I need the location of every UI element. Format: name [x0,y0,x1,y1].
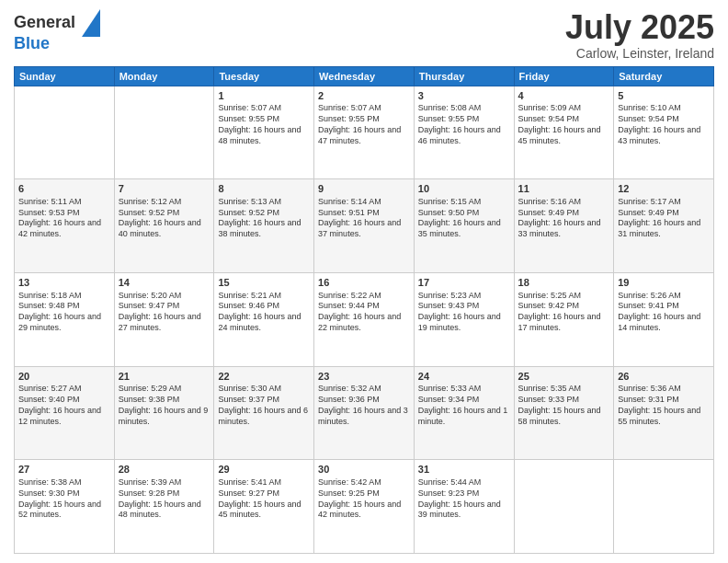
day-info: Sunrise: 5:41 AM Sunset: 9:27 PM Dayligh… [218,477,310,521]
day-number: 26 [618,370,710,384]
day-cell [114,86,214,179]
day-info: Sunrise: 5:42 AM Sunset: 9:25 PM Dayligh… [318,477,410,521]
day-number: 24 [418,370,510,384]
day-cell: 7Sunrise: 5:12 AM Sunset: 9:52 PM Daylig… [114,179,214,273]
day-info: Sunrise: 5:12 AM Sunset: 9:52 PM Dayligh… [119,197,210,240]
day-cell: 2Sunrise: 5:07 AM Sunset: 9:55 PM Daylig… [314,86,415,179]
day-number: 12 [618,182,710,196]
day-info: Sunrise: 5:36 AM Sunset: 9:31 PM Dayligh… [618,384,710,427]
day-info: Sunrise: 5:35 AM Sunset: 9:33 PM Dayligh… [518,384,610,427]
day-info: Sunrise: 5:25 AM Sunset: 9:42 PM Dayligh… [518,291,610,334]
day-number: 23 [318,370,410,384]
day-cell: 28Sunrise: 5:39 AM Sunset: 9:28 PM Dayli… [114,460,214,554]
day-info: Sunrise: 5:33 AM Sunset: 9:34 PM Dayligh… [418,384,510,427]
title-block: July 2025 Carlow, Leinster, Ireland [565,9,714,61]
day-cell: 5Sunrise: 5:10 AM Sunset: 9:54 PM Daylig… [614,86,714,179]
day-info: Sunrise: 5:10 AM Sunset: 9:54 PM Dayligh… [618,103,710,146]
day-cell [614,460,714,554]
day-cell [514,460,614,554]
weekday-header-row: SundayMondayTuesdayWednesdayThursdayFrid… [15,66,714,86]
day-cell: 20Sunrise: 5:27 AM Sunset: 9:40 PM Dayli… [15,366,115,460]
day-number: 29 [218,463,310,477]
day-number: 5 [618,89,710,103]
day-cell: 27Sunrise: 5:38 AM Sunset: 9:30 PM Dayli… [15,460,115,554]
day-cell: 9Sunrise: 5:14 AM Sunset: 9:51 PM Daylig… [314,179,415,273]
day-cell: 8Sunrise: 5:13 AM Sunset: 9:52 PM Daylig… [214,179,314,273]
day-number: 31 [418,463,510,477]
day-info: Sunrise: 5:22 AM Sunset: 9:44 PM Dayligh… [318,291,410,334]
day-info: Sunrise: 5:30 AM Sunset: 9:37 PM Dayligh… [218,384,310,427]
day-number: 11 [518,182,610,196]
day-info: Sunrise: 5:08 AM Sunset: 9:55 PM Dayligh… [418,103,510,146]
day-cell: 24Sunrise: 5:33 AM Sunset: 9:34 PM Dayli… [414,366,514,460]
calendar-page: General Blue July 2025 Carlow, Leinster,… [0,0,728,563]
location: Carlow, Leinster, Ireland [565,46,714,61]
day-info: Sunrise: 5:18 AM Sunset: 9:48 PM Dayligh… [18,291,110,334]
day-number: 16 [318,276,410,290]
day-cell: 21Sunrise: 5:29 AM Sunset: 9:38 PM Dayli… [114,366,214,460]
day-number: 7 [119,182,210,196]
day-cell: 17Sunrise: 5:23 AM Sunset: 9:43 PM Dayli… [414,272,514,366]
day-info: Sunrise: 5:13 AM Sunset: 9:52 PM Dayligh… [218,197,310,240]
day-info: Sunrise: 5:11 AM Sunset: 9:53 PM Dayligh… [18,197,110,240]
day-cell: 30Sunrise: 5:42 AM Sunset: 9:25 PM Dayli… [314,460,415,554]
day-number: 17 [418,276,510,290]
day-cell: 12Sunrise: 5:17 AM Sunset: 9:49 PM Dayli… [614,179,714,273]
day-cell: 16Sunrise: 5:22 AM Sunset: 9:44 PM Dayli… [314,272,415,366]
weekday-header-thursday: Thursday [414,66,514,86]
logo-icon [82,9,100,37]
day-number: 19 [618,276,710,290]
day-info: Sunrise: 5:15 AM Sunset: 9:50 PM Dayligh… [418,197,510,240]
day-cell: 19Sunrise: 5:26 AM Sunset: 9:41 PM Dayli… [614,272,714,366]
calendar-table: SundayMondayTuesdayWednesdayThursdayFrid… [14,66,714,554]
day-cell: 29Sunrise: 5:41 AM Sunset: 9:27 PM Dayli… [214,460,314,554]
day-number: 9 [318,182,410,196]
day-number: 18 [518,276,610,290]
week-row-3: 13Sunrise: 5:18 AM Sunset: 9:48 PM Dayli… [15,272,714,366]
day-cell: 13Sunrise: 5:18 AM Sunset: 9:48 PM Dayli… [15,272,115,366]
logo-blue: Blue [14,34,100,53]
day-info: Sunrise: 5:44 AM Sunset: 9:23 PM Dayligh… [418,477,510,521]
day-cell: 11Sunrise: 5:16 AM Sunset: 9:49 PM Dayli… [514,179,614,273]
day-info: Sunrise: 5:29 AM Sunset: 9:38 PM Dayligh… [119,384,210,427]
week-row-2: 6Sunrise: 5:11 AM Sunset: 9:53 PM Daylig… [15,179,714,273]
day-number: 8 [218,182,310,196]
day-cell: 22Sunrise: 5:30 AM Sunset: 9:37 PM Dayli… [214,366,314,460]
week-row-4: 20Sunrise: 5:27 AM Sunset: 9:40 PM Dayli… [15,366,714,460]
day-cell: 1Sunrise: 5:07 AM Sunset: 9:55 PM Daylig… [214,86,314,179]
day-number: 1 [218,89,310,103]
logo: General Blue [14,9,100,53]
day-cell: 6Sunrise: 5:11 AM Sunset: 9:53 PM Daylig… [15,179,115,273]
day-number: 22 [218,370,310,384]
day-number: 27 [18,463,110,477]
day-info: Sunrise: 5:16 AM Sunset: 9:49 PM Dayligh… [518,197,610,240]
weekday-header-wednesday: Wednesday [314,66,415,86]
day-info: Sunrise: 5:17 AM Sunset: 9:49 PM Dayligh… [618,197,710,240]
day-number: 2 [318,89,410,103]
day-cell: 4Sunrise: 5:09 AM Sunset: 9:54 PM Daylig… [514,86,614,179]
day-info: Sunrise: 5:07 AM Sunset: 9:55 PM Dayligh… [318,103,410,146]
day-cell: 18Sunrise: 5:25 AM Sunset: 9:42 PM Dayli… [514,272,614,366]
weekday-header-monday: Monday [114,66,214,86]
day-number: 14 [119,276,210,290]
day-info: Sunrise: 5:23 AM Sunset: 9:43 PM Dayligh… [418,291,510,334]
day-info: Sunrise: 5:27 AM Sunset: 9:40 PM Dayligh… [18,384,110,427]
day-number: 30 [318,463,410,477]
day-number: 4 [518,89,610,103]
logo-general: General [14,13,75,31]
day-cell: 14Sunrise: 5:20 AM Sunset: 9:47 PM Dayli… [114,272,214,366]
weekday-header-saturday: Saturday [614,66,714,86]
weekday-header-sunday: Sunday [15,66,115,86]
day-info: Sunrise: 5:09 AM Sunset: 9:54 PM Dayligh… [518,103,610,146]
day-cell: 10Sunrise: 5:15 AM Sunset: 9:50 PM Dayli… [414,179,514,273]
week-row-5: 27Sunrise: 5:38 AM Sunset: 9:30 PM Dayli… [15,460,714,554]
day-info: Sunrise: 5:14 AM Sunset: 9:51 PM Dayligh… [318,197,410,240]
day-number: 21 [119,370,210,384]
day-number: 15 [218,276,310,290]
day-number: 13 [18,276,110,290]
day-info: Sunrise: 5:26 AM Sunset: 9:41 PM Dayligh… [618,291,710,334]
day-cell: 26Sunrise: 5:36 AM Sunset: 9:31 PM Dayli… [614,366,714,460]
day-number: 10 [418,182,510,196]
day-cell: 15Sunrise: 5:21 AM Sunset: 9:46 PM Dayli… [214,272,314,366]
day-cell: 25Sunrise: 5:35 AM Sunset: 9:33 PM Dayli… [514,366,614,460]
